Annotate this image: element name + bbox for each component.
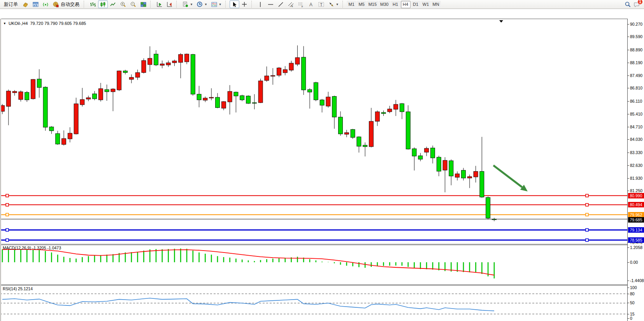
axis-tick-mark — [628, 88, 629, 88]
arrows-tool-button[interactable]: ▼ — [326, 0, 340, 8]
channel-tool-button[interactable]: E — [286, 0, 296, 8]
chart-window[interactable]: ▼ UKOil-,H4 79.720 79.790 79.605 79.685 … — [0, 9, 644, 321]
new-chart-button[interactable]: ▼ — [181, 0, 195, 8]
bull-candle-body — [172, 61, 177, 63]
indicators-icon — [211, 1, 218, 8]
main-chart-canvas[interactable] — [0, 19, 627, 244]
one-click-panel-collapse-icon[interactable]: ▼ — [3, 22, 6, 25]
bear-candle-body — [480, 172, 484, 197]
pane-separator[interactable] — [0, 244, 627, 244]
pane-separator[interactable] — [0, 245, 627, 245]
price-tag: 79.962 — [628, 212, 644, 218]
bull-candle-body — [474, 172, 478, 177]
bear-candle-body — [93, 94, 97, 99]
vertical-line-tool-button[interactable] — [256, 0, 265, 8]
bear-candle-body — [154, 54, 158, 65]
price-axis-label: 87.490 — [630, 73, 642, 78]
crosshair-icon — [241, 1, 248, 8]
zoom-in-button[interactable] — [118, 0, 128, 8]
indicators-button[interactable]: ▼ — [209, 0, 223, 8]
bull-candle-body — [265, 76, 269, 81]
cursor-tool-button[interactable] — [230, 0, 239, 8]
search-icon[interactable] — [625, 1, 631, 8]
bull-candle-body — [68, 133, 72, 139]
price-axis-label: 83.330 — [630, 150, 642, 155]
axis-tick-mark — [628, 314, 629, 314]
macd-canvas[interactable] — [0, 245, 627, 284]
new-order-button[interactable]: 新订单 — [2, 0, 20, 8]
toolbar-separator — [342, 1, 345, 8]
pane-separator[interactable] — [0, 285, 627, 286]
pane-separator[interactable] — [0, 19, 627, 19]
bear-candle-body — [400, 103, 404, 112]
timeframe-button-m30[interactable]: M30 — [379, 1, 390, 8]
price-tag: 80.990 — [628, 193, 644, 198]
axis-tick-mark — [628, 114, 629, 114]
auto-scroll-button[interactable] — [154, 0, 164, 8]
axis-tick-mark — [628, 139, 629, 140]
pane-separator[interactable] — [0, 284, 627, 285]
notifications-chat-icon[interactable]: 1 — [633, 1, 640, 8]
auto-scroll-icon — [156, 1, 163, 8]
rsi-axis-label: 50 — [630, 300, 635, 305]
axis-tick-mark — [628, 318, 629, 319]
price-axis-label: 84.030 — [630, 137, 642, 142]
bull-candle-body — [258, 81, 263, 103]
timeframe-button-m5[interactable]: M5 — [357, 1, 367, 8]
price-axis-label: 81.930 — [630, 176, 642, 181]
fibonacci-tool-button[interactable]: F — [296, 0, 306, 8]
timeframe-button-m15[interactable]: M15 — [367, 1, 378, 8]
line-anchor-handle — [586, 203, 588, 206]
timeframe-button-w1[interactable]: W1 — [421, 1, 431, 8]
rsi-indicator-pane[interactable] — [0, 286, 627, 321]
axis-tick-mark — [628, 294, 629, 294]
candlestick-mode-button[interactable] — [98, 0, 108, 8]
bull-candle-body — [326, 97, 330, 106]
crosshair-tool-button[interactable] — [240, 0, 249, 8]
timeframe-button-d1[interactable]: D1 — [411, 1, 421, 8]
dropdown-arrow-icon: ▼ — [190, 3, 193, 6]
bear-candle-body — [357, 137, 361, 146]
bull-candle-body — [283, 70, 287, 73]
market-watch-button[interactable] — [21, 0, 30, 8]
line-anchor-handle — [6, 228, 9, 231]
timeframe-button-mn[interactable]: MN — [431, 1, 441, 8]
timeframe-button-m1[interactable]: M1 — [347, 1, 356, 8]
signals-button[interactable] — [41, 0, 51, 8]
price-axis-label: 90.270 — [630, 22, 642, 26]
bull-candle-body — [295, 58, 300, 64]
chart-shift-button[interactable] — [165, 0, 174, 8]
bear-candle-body — [308, 89, 312, 92]
line-chart-mode-button[interactable] — [108, 0, 118, 8]
bear-candle-body — [246, 96, 251, 103]
price-tag: 79.134 — [628, 227, 644, 233]
macd-indicator-pane[interactable] — [0, 245, 627, 284]
zoom-out-button[interactable] — [128, 0, 138, 8]
text-a-icon: A — [308, 1, 314, 8]
horizontal-line-tool-button[interactable] — [266, 0, 275, 8]
period-button[interactable]: ▼ — [195, 0, 209, 8]
gold-book-icon — [22, 1, 29, 8]
bull-candle-body — [179, 54, 183, 62]
price-axis[interactable]: 90.27089.59088.89088.19087.49086.81086.1… — [627, 19, 644, 321]
line-anchor-handle — [6, 213, 9, 216]
bull-candle-body — [185, 54, 189, 62]
rsi-canvas[interactable] — [0, 286, 627, 321]
price-axis-label: 85.410 — [630, 112, 642, 116]
cursor-arrow-icon — [231, 1, 238, 8]
main-toolbar: 新订单 自动交易 — [0, 0, 644, 9]
charts-window-button[interactable] — [31, 0, 40, 8]
new-chart-plus-icon — [182, 1, 189, 8]
trendline-tool-button[interactable] — [276, 0, 286, 8]
toolbar-separator — [225, 1, 228, 8]
timeframe-button-h1[interactable]: H1 — [391, 1, 400, 8]
auto-trading-button[interactable]: 自动交易 — [51, 0, 82, 8]
main-chart-pane[interactable] — [0, 19, 627, 244]
line-chart-icon — [110, 1, 116, 8]
text-tool-button[interactable]: A — [306, 0, 316, 8]
tile-windows-button[interactable] — [139, 0, 148, 8]
timeframe-button-h4[interactable]: H4 — [401, 1, 411, 8]
bar-chart-mode-button[interactable] — [88, 0, 98, 8]
label-tool-button[interactable]: T — [316, 0, 326, 8]
bear-candle-body — [351, 130, 355, 137]
